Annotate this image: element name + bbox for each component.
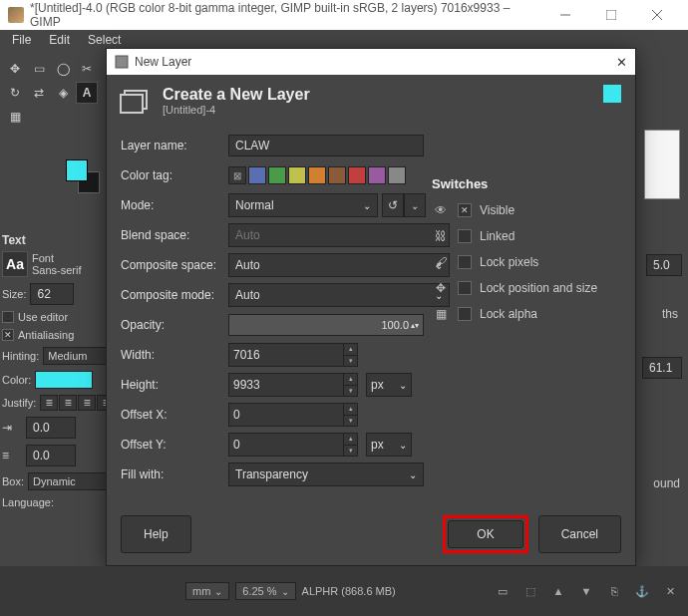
- statusbar-memory: ALPHR (868.6 MB): [302, 585, 396, 597]
- dialog-title: New Layer: [135, 55, 616, 69]
- fg-color-swatch[interactable]: [66, 159, 88, 181]
- justify-right-icon[interactable]: ≡: [59, 395, 77, 411]
- lock-position-label: Lock position and size: [480, 281, 597, 295]
- width-input[interactable]: 7016 ▴▾: [228, 343, 358, 367]
- hinting-dropdown[interactable]: Medium: [43, 347, 107, 365]
- alpha-icon: ▦: [432, 305, 450, 323]
- menu-edit[interactable]: Edit: [41, 31, 78, 49]
- lock-position-checkbox[interactable]: [458, 281, 472, 295]
- color-tag-red[interactable]: [348, 166, 366, 184]
- warp-tool-icon[interactable]: ◈: [52, 82, 74, 104]
- height-input[interactable]: 9933 ▴▾: [228, 373, 358, 397]
- color-tag-green[interactable]: [268, 166, 286, 184]
- color-tag-label: Color tag:: [121, 168, 228, 182]
- footer-icon-7[interactable]: ✕: [662, 583, 678, 599]
- indent-input[interactable]: [26, 417, 76, 439]
- lock-pixels-checkbox[interactable]: [458, 255, 472, 269]
- font-preview-icon[interactable]: Aa: [2, 251, 28, 277]
- text-tool-icon[interactable]: A: [76, 82, 98, 104]
- color-tag-none[interactable]: ⊠: [228, 166, 246, 184]
- visible-checkbox[interactable]: ✕: [458, 203, 472, 217]
- unit-dropdown[interactable]: mm⌄: [185, 582, 229, 600]
- color-tag-brown[interactable]: [328, 166, 346, 184]
- offset-x-value: 0: [233, 408, 240, 422]
- ound-label: ound: [653, 476, 680, 490]
- rotate-tool-icon[interactable]: ↻: [4, 82, 26, 104]
- svg-rect-4: [116, 56, 128, 68]
- footer-icon-5[interactable]: ⎘: [606, 583, 622, 599]
- blend-space-dropdown: Auto⌄: [228, 223, 450, 247]
- size-unit-dropdown[interactable]: px⌄: [366, 373, 412, 397]
- footer-icon-3[interactable]: ▲: [550, 583, 566, 599]
- mode-menu-icon[interactable]: ⌄: [404, 193, 426, 217]
- fill-with-dropdown[interactable]: Transparency⌄: [228, 462, 424, 486]
- text-color-field[interactable]: [35, 371, 93, 389]
- offset-x-input[interactable]: 0 ▴▾: [228, 403, 358, 427]
- help-button[interactable]: Help: [121, 515, 191, 553]
- footer-icon-6[interactable]: ⚓: [634, 583, 650, 599]
- justify-center-icon[interactable]: ≡: [78, 395, 96, 411]
- font-value[interactable]: Sans-serif: [32, 264, 107, 276]
- offset-y-input[interactable]: 0 ▴▾: [228, 433, 358, 457]
- right-spin-1[interactable]: [646, 254, 682, 276]
- composite-space-dropdown[interactable]: Auto⌄: [228, 253, 450, 277]
- color-tag-violet[interactable]: [368, 166, 386, 184]
- color-tag-gray[interactable]: [388, 166, 406, 184]
- dialog-close-icon[interactable]: ✕: [616, 55, 627, 70]
- size-input[interactable]: [30, 283, 74, 305]
- brush-icon: 🖌: [432, 253, 450, 271]
- use-editor-checkbox[interactable]: [2, 311, 14, 323]
- color-tag-yellow[interactable]: [288, 166, 306, 184]
- composite-mode-value: Auto: [235, 288, 260, 302]
- ok-button[interactable]: OK: [448, 520, 522, 548]
- zoom-dropdown[interactable]: 6.25 %⌄: [235, 582, 295, 600]
- antialias-checkbox[interactable]: ✕: [2, 329, 14, 341]
- thumbnail-preview[interactable]: [644, 130, 680, 199]
- height-label: Height:: [121, 378, 228, 392]
- layer-name-label: Layer name:: [121, 139, 228, 153]
- cancel-button[interactable]: Cancel: [538, 515, 621, 553]
- width-label: Width:: [121, 348, 228, 362]
- select-tool-icon[interactable]: ▭: [28, 58, 50, 80]
- justify-left-icon[interactable]: ≡: [40, 395, 58, 411]
- composite-mode-dropdown[interactable]: Auto⌄: [228, 283, 450, 307]
- color-tag-orange[interactable]: [308, 166, 326, 184]
- opacity-slider[interactable]: 100.0 ▴▾: [228, 314, 424, 336]
- fill-tool-icon[interactable]: ▦: [4, 106, 26, 128]
- box-dropdown[interactable]: Dynamic: [28, 472, 107, 490]
- mode-reset-icon[interactable]: ↺: [382, 193, 404, 217]
- dialog-heading: Create a New Layer: [163, 86, 310, 104]
- app-icon: [8, 7, 24, 23]
- layer-name-input[interactable]: [228, 135, 424, 156]
- maximize-button[interactable]: [588, 0, 634, 30]
- move-tool-icon[interactable]: ✥: [4, 58, 26, 80]
- menu-file[interactable]: File: [4, 31, 39, 49]
- offset-unit-value: px: [371, 438, 384, 452]
- menubar: File Edit Select: [0, 30, 688, 50]
- spacing-input[interactable]: [26, 445, 76, 466]
- crop-tool-icon[interactable]: ✂: [76, 58, 98, 80]
- lock-alpha-checkbox[interactable]: [458, 307, 472, 321]
- close-button[interactable]: [634, 0, 680, 30]
- ok-highlight: OK: [443, 515, 527, 553]
- text-section-header: Text: [2, 229, 107, 251]
- mode-dropdown[interactable]: Normal⌄: [228, 193, 378, 217]
- unit-value: px: [371, 378, 384, 392]
- eye-icon: 👁: [432, 201, 450, 219]
- indent-icon: ⇥: [2, 421, 22, 435]
- offset-unit-dropdown[interactable]: px⌄: [366, 433, 412, 457]
- footer-icon-1[interactable]: ▭: [495, 583, 511, 599]
- chevron-down-icon: ⌄: [363, 200, 371, 211]
- footer-icon-4[interactable]: ▼: [578, 583, 594, 599]
- lasso-tool-icon[interactable]: ◯: [52, 58, 74, 80]
- composite-mode-label: Composite mode:: [121, 288, 228, 302]
- dialog-titlebar: New Layer ✕: [107, 49, 635, 75]
- color-tag-blue[interactable]: [248, 166, 266, 184]
- minimize-button[interactable]: [542, 0, 588, 30]
- right-spin-2[interactable]: [642, 357, 682, 379]
- flip-tool-icon[interactable]: ⇄: [28, 82, 50, 104]
- footer-icon-2[interactable]: ⬚: [522, 583, 538, 599]
- linked-checkbox[interactable]: [458, 229, 472, 243]
- menu-select[interactable]: Select: [80, 31, 129, 49]
- height-value: 9933: [233, 378, 260, 392]
